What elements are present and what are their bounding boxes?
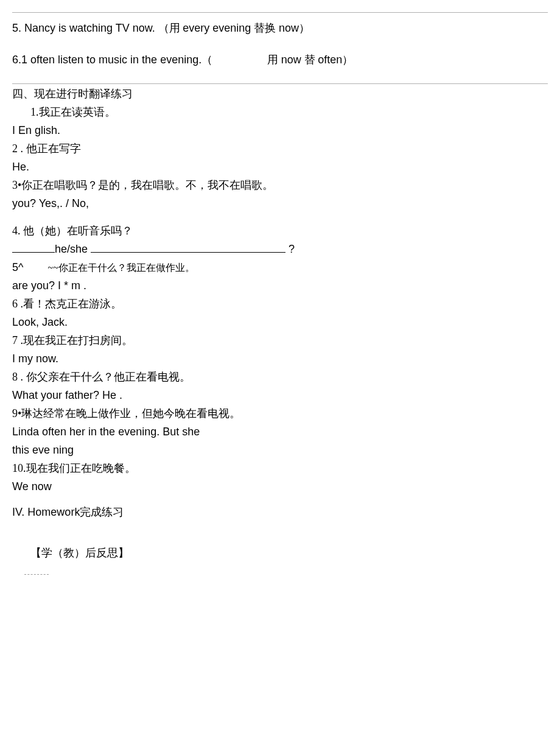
t7-en: I my now.	[12, 351, 548, 367]
separator-top	[12, 12, 548, 13]
question-6: 6.1 often listen to music in the evening…	[12, 52, 548, 68]
t4-cn: 4. 他（她）在听音乐吗？	[12, 223, 548, 239]
t5-label: 5^	[12, 259, 23, 276]
t1-en: I En glish.	[12, 122, 548, 139]
q5-cn1: （用	[158, 22, 183, 34]
t5-en: are you? I * m .	[12, 278, 548, 294]
t4-en-q: ?	[285, 243, 295, 255]
t9-en1: Linda often her in the evening. But she	[12, 424, 548, 440]
q5-en1: 5. Nancy is watching TV now.	[12, 22, 158, 34]
reflection: 【学（教）后反思】	[12, 545, 548, 561]
t7-cn: 7 .现在我正在打扫房间。	[12, 332, 548, 349]
t8-en: What your father? He .	[12, 387, 548, 404]
t8-cn: 8 . 你父亲在干什么？他正在看电视。	[12, 369, 548, 385]
q5-cn2: 替换	[254, 22, 279, 34]
q5-en3: now）	[279, 22, 310, 34]
t4-en-mid: he/she	[55, 243, 91, 255]
t4-en: he/she ?	[12, 241, 548, 258]
t10-en: We now	[12, 479, 548, 495]
t4-blank-2	[91, 252, 285, 253]
q6-cn1: 用	[267, 54, 281, 66]
t3-en: you? Yes,. / No,	[12, 195, 548, 212]
q5-en2: every evening	[183, 22, 254, 34]
t1-cn: 1.我正在读英语。	[12, 104, 548, 121]
question-5: 5. Nancy is watching TV now. （用 every ev…	[12, 20, 548, 37]
t9-en2: this eve ning	[12, 442, 548, 458]
t3-cn: 3•你正在唱歌吗？是的，我在唱歌。不，我不在唱歌。	[12, 177, 548, 194]
section4-title: 四、现在进行时翻译练习	[12, 86, 548, 102]
t2-cn: 2 . 他正在写字	[12, 141, 548, 157]
q6-cn2: 替	[304, 54, 318, 66]
t2-en: He.	[12, 159, 548, 175]
t5-cn: ~~你正在干什么？我正在做作业。	[47, 261, 194, 275]
q6-en3: often）	[318, 54, 353, 66]
t9-cn: 9•琳达经常在晚上做作业，但她今晚在看电视。	[12, 405, 548, 422]
q6-en1: 6.1 often listen to music in the evening…	[12, 54, 212, 66]
separator-mid	[12, 83, 548, 84]
homework: IV. Homework完成练习	[12, 504, 548, 521]
t6-en: Look, Jack.	[12, 314, 548, 331]
q6-en2: now	[281, 54, 304, 66]
t10-cn: 10.现在我们正在吃晚餐。	[12, 460, 548, 477]
t5-row: 5^ ~~你正在干什么？我正在做作业。	[12, 259, 548, 276]
t4-blank-1	[12, 252, 55, 253]
t6-cn: 6 .看！杰克正在游泳。	[12, 296, 548, 312]
dash-line	[24, 574, 49, 575]
